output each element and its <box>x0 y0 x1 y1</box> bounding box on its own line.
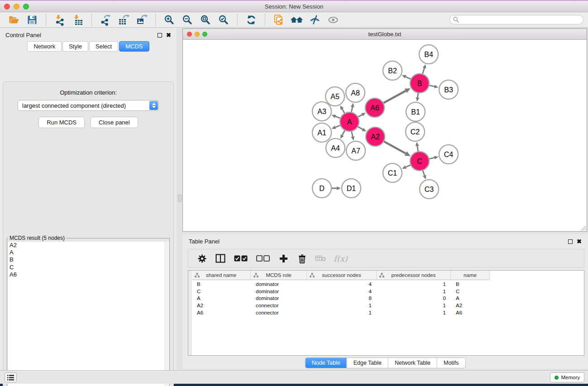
control-panel-close-button[interactable]: ✖ <box>166 33 171 38</box>
graph-node-B3[interactable]: B3 <box>439 80 458 99</box>
list-item[interactable]: C <box>8 264 169 271</box>
create-column-icon[interactable] <box>278 253 289 264</box>
graph-node-C4[interactable]: C4 <box>439 145 458 164</box>
graph-node-A4[interactable]: A4 <box>326 138 345 157</box>
tab-motifs[interactable]: Motifs <box>437 358 465 368</box>
node-table[interactable]: shared nameMCDS rolesuccessor nodesprede… <box>188 270 584 356</box>
import-table-icon[interactable] <box>69 13 87 27</box>
panel-divider-handle[interactable] <box>178 195 182 202</box>
network-window: testGlobe.txt B4B2BB3A8A5A6A3B1AC2A1A2A4… <box>182 29 587 232</box>
graph-node-D1[interactable]: D1 <box>342 179 361 198</box>
graph-node-A[interactable]: A <box>340 112 359 131</box>
status-bar: Memory <box>0 370 588 384</box>
table-settings-gear-icon[interactable] <box>196 253 207 264</box>
apply-layout-icon[interactable] <box>242 13 260 27</box>
tab-network[interactable]: Network <box>27 41 62 52</box>
svg-text:C3: C3 <box>425 186 434 193</box>
list-item[interactable]: A6 <box>8 271 169 278</box>
table-cell: B <box>451 281 490 287</box>
graph-node-B4[interactable]: B4 <box>419 45 438 64</box>
graph-node-A6[interactable]: A6 <box>365 98 384 117</box>
table-cell: A2 <box>451 303 490 308</box>
graph-node-A5[interactable]: A5 <box>325 87 344 106</box>
run-mcds-button[interactable]: Run MCDS <box>38 117 85 128</box>
panels-menu-button[interactable] <box>5 372 17 382</box>
import-network-icon[interactable] <box>51 13 69 27</box>
zoom-selected-icon[interactable] <box>215 13 233 27</box>
tab-select[interactable]: Select <box>89 41 118 52</box>
table-header-row: shared nameMCDS rolesuccessor nodesprede… <box>192 271 490 280</box>
new-network-from-selection-icon[interactable] <box>270 13 288 27</box>
show-column-panel-icon[interactable] <box>215 253 226 264</box>
edge-arrowhead <box>351 136 354 141</box>
select-all-columns-icon[interactable] <box>234 253 248 264</box>
table-panel-float-button[interactable] <box>568 239 573 244</box>
tab-edge-table[interactable]: Edge Table <box>347 358 388 368</box>
column-header[interactable]: MCDS role <box>251 271 307 280</box>
tab-style[interactable]: Style <box>62 41 88 52</box>
table-row[interactable]: Adominator80A <box>192 295 584 302</box>
zoom-fit-icon[interactable] <box>196 13 215 27</box>
table-panel-close-button[interactable]: ✖ <box>577 239 582 244</box>
unselect-all-columns-icon[interactable] <box>256 253 270 264</box>
optimization-criterion-label: Optimization criterion: <box>3 89 173 96</box>
tab-node-table[interactable]: Node Table <box>306 358 347 368</box>
close-panel-button[interactable]: Close panel <box>91 117 138 128</box>
graph-node-C3[interactable]: C3 <box>420 180 439 199</box>
graph-node-B2[interactable]: B2 <box>383 61 402 80</box>
column-header[interactable]: shared name <box>192 271 251 280</box>
control-panel-float-button[interactable] <box>158 33 162 38</box>
svg-text:A8: A8 <box>351 89 360 97</box>
save-session-icon[interactable] <box>23 13 41 27</box>
table-cell: connector <box>251 303 307 308</box>
open-session-icon[interactable] <box>5 13 23 27</box>
first-neighbors-icon[interactable] <box>288 13 306 27</box>
edge-arrowhead <box>434 156 439 159</box>
graph-node-B[interactable]: B <box>410 74 429 93</box>
list-item[interactable]: A2 <box>8 242 169 249</box>
graph-node-C2[interactable]: C2 <box>406 122 425 141</box>
graph-node-D[interactable]: D <box>312 179 331 198</box>
hide-selected-icon[interactable] <box>306 13 324 27</box>
graph-node-A8[interactable]: A8 <box>346 83 365 102</box>
mcds-result-group: MCDS result (5 nodes) A2ABCA6 <box>7 235 170 386</box>
graph-node-B1[interactable]: B1 <box>406 102 425 121</box>
tab-network-table[interactable]: Network Table <box>388 358 437 368</box>
tab-mcds[interactable]: MCDS <box>119 41 149 52</box>
network-canvas[interactable]: B4B2BB3A8A5A6A3B1AC2A1A2A4A7C4CC1C3DD1 <box>183 40 587 231</box>
graph-node-A1[interactable]: A1 <box>312 123 331 142</box>
export-table-icon[interactable] <box>115 13 133 27</box>
function-builder-icon[interactable]: f(x) <box>334 254 348 263</box>
column-header[interactable]: predecessor nodes <box>377 271 451 280</box>
table-row[interactable]: Cdominator41C <box>192 288 584 295</box>
export-network-icon[interactable] <box>96 13 115 27</box>
graph-node-A3[interactable]: A3 <box>312 102 331 121</box>
table-row[interactable]: A6connector11A6 <box>192 309 584 316</box>
column-header[interactable]: name <box>451 271 490 280</box>
graph-node-C[interactable]: C <box>410 152 429 171</box>
mcds-result-scrollbar[interactable] <box>165 241 169 386</box>
column-header[interactable]: successor nodes <box>307 271 377 280</box>
toolbar-separator <box>46 14 46 26</box>
select-stepper-icon <box>149 101 158 110</box>
export-image-icon[interactable] <box>133 13 151 27</box>
list-item[interactable]: B <box>8 256 169 263</box>
resize-grip-icon[interactable] <box>580 225 586 231</box>
table-cell: 1 <box>377 281 451 287</box>
optimization-criterion-select[interactable]: largest connected component (directed) <box>18 100 159 111</box>
graph-node-C1[interactable]: C1 <box>383 163 402 182</box>
table-row[interactable]: Bdominator41B <box>192 281 584 288</box>
graph-node-A2[interactable]: A2 <box>366 127 385 146</box>
show-all-icon[interactable] <box>324 13 342 27</box>
table-row[interactable]: A2connector11A2 <box>192 302 584 309</box>
search-input[interactable] <box>449 15 583 24</box>
toolbar-separator <box>265 14 265 26</box>
zoom-in-icon[interactable] <box>160 13 178 27</box>
memory-button[interactable]: Memory <box>550 372 584 382</box>
delete-column-trash-icon[interactable] <box>296 253 307 264</box>
list-item[interactable]: A <box>8 249 169 256</box>
zoom-out-icon[interactable] <box>178 13 196 27</box>
delete-table-icon[interactable] <box>315 253 326 264</box>
svg-text:A6: A6 <box>370 104 379 112</box>
graph-node-A7[interactable]: A7 <box>346 141 365 160</box>
